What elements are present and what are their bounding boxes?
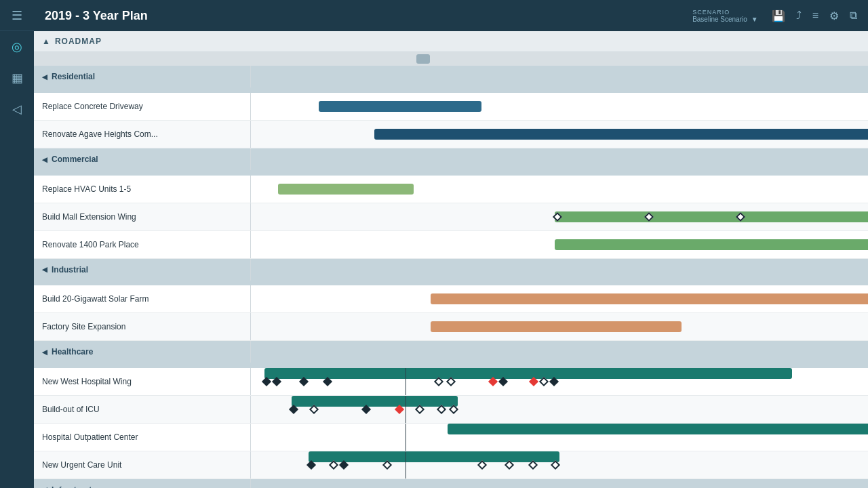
back-icon[interactable]: ◁	[12, 102, 22, 117]
table-row: Renovate Agave Heights Com...	[34, 121, 868, 148]
gantt-table: ◀ Residential Replace Concrete Driveway	[34, 66, 868, 488]
collapse-healthcare-icon[interactable]: ◀	[42, 348, 47, 356]
gantt-bar	[319, 101, 481, 112]
task-label: New West Hospital Wing	[42, 377, 132, 386]
share-icon[interactable]: ⤴	[796, 9, 802, 22]
collapse-industrial-icon[interactable]: ◀	[42, 266, 47, 273]
list-icon[interactable]: ≡	[812, 9, 818, 22]
task-label: Build Mall Extension Wing	[42, 212, 136, 222]
save-icon[interactable]: 💾	[772, 9, 785, 22]
task-label: New Urgent Care Unit	[42, 460, 121, 470]
bar-container	[251, 313, 868, 340]
gantt-bar	[431, 293, 868, 304]
collapse-icon[interactable]: ▲	[42, 37, 51, 46]
timeline-cursor	[406, 368, 406, 395]
category-row-residential: ◀ Residential	[34, 66, 868, 93]
table-row: Build Mall Extension Wing	[34, 203, 868, 230]
main-area: 2019 - 3 Year Plan SCENARIO Baseline Sce…	[34, 0, 868, 488]
gantt-bar	[431, 321, 682, 332]
task-label: Replace Concrete Driveway	[42, 102, 143, 111]
table-row: Replace HVAC Units 1-5	[34, 176, 868, 203]
collapse-residential-icon[interactable]: ◀	[42, 73, 47, 81]
bar-container	[251, 176, 868, 203]
bar-container	[251, 93, 868, 120]
bar-container	[251, 451, 868, 479]
infrastructure-label: Infrastructure	[52, 485, 104, 489]
roadmap-title: ROADMAP	[55, 37, 102, 46]
timeline-cursor	[406, 396, 406, 423]
table-icon[interactable]: ▦	[12, 70, 23, 85]
commercial-label: Commercial	[52, 155, 98, 164]
category-row-infrastructure: ◀ Infrastructure	[34, 479, 868, 488]
table-row: Build-out of ICU	[34, 395, 868, 423]
table-row: Build 20-Gigawatt Solar Farm	[34, 285, 868, 313]
industrial-label: Industrial	[52, 265, 88, 274]
scenario-value[interactable]: Baseline Scenario ▼	[692, 16, 758, 23]
content-area: ▲ ROADMAP ◀ Residential	[34, 31, 868, 488]
residential-label: Residential	[52, 72, 95, 81]
sidebar-menu-button[interactable]: ☰	[0, 0, 34, 31]
task-name: Renovate 1400 Park Place	[34, 231, 251, 258]
gantt-bar	[555, 239, 868, 250]
bar-container	[251, 203, 868, 230]
task-name: Hospital Outpatient Center	[34, 424, 251, 451]
task-label: Renovate Agave Heights Com...	[42, 129, 158, 139]
gantt-bar	[374, 129, 868, 140]
header: 2019 - 3 Year Plan SCENARIO Baseline Sce…	[34, 0, 868, 31]
task-label: Replace HVAC Units 1-5	[42, 184, 131, 194]
scenario-selector[interactable]: SCENARIO Baseline Scenario ▼	[692, 9, 758, 23]
timeline-cursor	[406, 451, 406, 479]
table-row: Hospital Outpatient Center	[34, 423, 868, 451]
gantt-bar	[264, 368, 792, 379]
scroll-thumb[interactable]	[416, 54, 430, 64]
table-row: New Urgent Care Unit	[34, 451, 868, 479]
category-row-industrial: ◀ Industrial	[34, 258, 868, 285]
gantt-bar	[448, 424, 868, 434]
task-label: Renovate 1400 Park Place	[42, 240, 139, 249]
chevron-down-icon: ▼	[751, 16, 758, 23]
bar-container	[251, 285, 868, 312]
table-row: Factory Site Expansion	[34, 313, 868, 341]
task-label: Build-out of ICU	[42, 405, 100, 414]
timeline-cursor	[406, 424, 406, 451]
task-label: Factory Site Expansion	[42, 322, 125, 331]
task-label: Build 20-Gigawatt Solar Farm	[42, 294, 149, 304]
healthcare-label: Healthcare	[52, 347, 93, 357]
category-row-healthcare: ◀ Healthcare	[34, 341, 868, 368]
category-row-commercial: ◀ Commercial	[34, 148, 868, 176]
task-name: New Urgent Care Unit	[34, 451, 251, 479]
gantt-bar	[278, 184, 414, 195]
toolbar: 💾 ⤴ ≡ ⚙ ⧉	[772, 9, 857, 22]
task-name: Factory Site Expansion	[34, 313, 251, 340]
task-name: Build 20-Gigawatt Solar Farm	[34, 285, 251, 312]
gantt-bar	[292, 396, 458, 407]
collapse-commercial-icon[interactable]: ◀	[42, 156, 47, 163]
table-row: Renovate 1400 Park Place	[34, 230, 868, 258]
bar-container	[251, 424, 868, 451]
compare-icon[interactable]: ⧉	[850, 9, 857, 22]
bar-container	[251, 396, 868, 423]
sidebar: ☰ ◎ ▦ ◁	[0, 0, 34, 488]
scenario-name: Baseline Scenario	[692, 16, 747, 23]
task-name: Build-out of ICU	[34, 396, 251, 423]
roadmap-header: ▲ ROADMAP	[34, 31, 868, 52]
bar-container	[251, 121, 868, 148]
task-name: Renovate Agave Heights Com...	[34, 121, 251, 148]
table-row: New West Hospital Wing	[34, 368, 868, 396]
task-name: Replace Concrete Driveway	[34, 93, 251, 120]
settings-icon[interactable]: ⚙	[829, 9, 839, 22]
scenario-label: SCENARIO	[692, 9, 758, 16]
task-name: New West Hospital Wing	[34, 368, 251, 395]
table-row: Replace Concrete Driveway	[34, 93, 868, 121]
page-title: 2019 - 3 Year Plan	[45, 9, 692, 23]
gantt-bar	[309, 451, 559, 462]
bar-container	[251, 231, 868, 258]
task-label: Hospital Outpatient Center	[42, 432, 138, 442]
gantt-bar	[555, 211, 868, 222]
timeline-scrollbar[interactable]	[34, 52, 868, 66]
menu-icon: ☰	[12, 8, 22, 23]
dashboard-icon[interactable]: ◎	[12, 39, 22, 54]
task-name: Replace HVAC Units 1-5	[34, 176, 251, 203]
task-name: Build Mall Extension Wing	[34, 203, 251, 230]
bar-container	[251, 368, 868, 395]
